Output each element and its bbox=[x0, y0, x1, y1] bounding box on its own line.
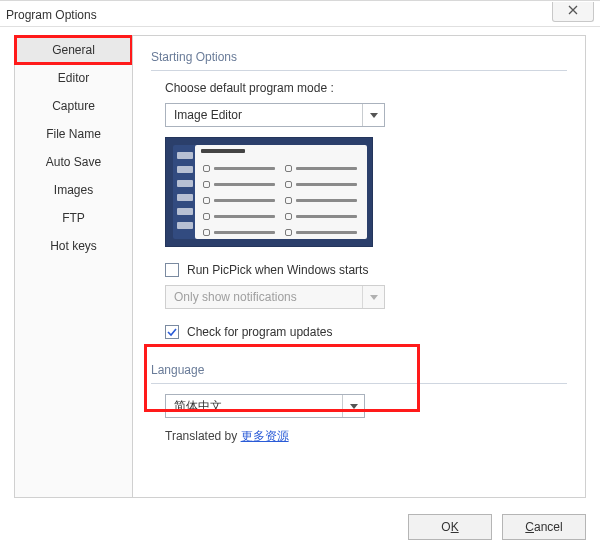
sidebar-item-hot-keys[interactable]: Hot keys bbox=[15, 232, 132, 260]
sidebar-item-label: FTP bbox=[62, 211, 85, 225]
dialog-footer: OK Cancel bbox=[408, 514, 586, 540]
sidebar-item-auto-save[interactable]: Auto Save bbox=[15, 148, 132, 176]
default-mode-select[interactable]: Image Editor bbox=[165, 103, 385, 127]
check-updates-row: Check for program updates bbox=[165, 325, 567, 339]
run-on-start-checkbox[interactable] bbox=[165, 263, 179, 277]
sidebar-item-general[interactable]: General bbox=[15, 36, 132, 64]
translated-by-row: Translated by 更多资源 bbox=[165, 428, 567, 445]
cancel-button[interactable]: Cancel bbox=[502, 514, 586, 540]
close-icon bbox=[568, 4, 578, 18]
mode-preview-thumbnail bbox=[165, 137, 373, 247]
sidebar-item-label: Capture bbox=[52, 99, 95, 113]
run-on-start-label: Run PicPick when Windows starts bbox=[187, 263, 368, 277]
notify-mode-select: Only show notifications bbox=[165, 285, 385, 309]
sidebar: General Editor Capture File Name Auto Sa… bbox=[14, 35, 132, 498]
sidebar-item-file-name[interactable]: File Name bbox=[15, 120, 132, 148]
notify-mode-value: Only show notifications bbox=[166, 290, 362, 304]
content-panel: Starting Options Choose default program … bbox=[132, 35, 586, 498]
check-updates-checkbox[interactable] bbox=[165, 325, 179, 339]
run-on-start-row: Run PicPick when Windows starts bbox=[165, 263, 567, 277]
chevron-down-icon bbox=[342, 395, 364, 417]
sidebar-item-label: General bbox=[52, 43, 95, 57]
default-mode-label: Choose default program mode : bbox=[165, 81, 567, 95]
window-title: Program Options bbox=[6, 6, 552, 22]
sidebar-item-images[interactable]: Images bbox=[15, 176, 132, 204]
language-select[interactable]: 简体中文 bbox=[165, 394, 365, 418]
sidebar-item-label: Hot keys bbox=[50, 239, 97, 253]
translated-prefix: Translated by bbox=[165, 429, 241, 443]
sidebar-item-label: Images bbox=[54, 183, 93, 197]
sidebar-item-label: File Name bbox=[46, 127, 101, 141]
language-section: Language 简体中文 Translated by 更多资源 bbox=[151, 363, 567, 445]
sidebar-item-capture[interactable]: Capture bbox=[15, 92, 132, 120]
starting-options-heading: Starting Options bbox=[151, 50, 567, 71]
language-value: 简体中文 bbox=[166, 398, 342, 415]
language-heading: Language bbox=[151, 363, 567, 384]
ok-button[interactable]: OK bbox=[408, 514, 492, 540]
default-mode-value: Image Editor bbox=[166, 108, 362, 122]
chevron-down-icon bbox=[362, 286, 384, 308]
sidebar-item-label: Auto Save bbox=[46, 155, 101, 169]
starting-options-body: Choose default program mode : Image Edit… bbox=[151, 81, 567, 339]
translated-link[interactable]: 更多资源 bbox=[241, 429, 289, 443]
body: General Editor Capture File Name Auto Sa… bbox=[14, 35, 586, 498]
sidebar-item-label: Editor bbox=[58, 71, 89, 85]
program-options-window: Program Options General Editor Capture F… bbox=[0, 0, 600, 554]
check-updates-label: Check for program updates bbox=[187, 325, 332, 339]
sidebar-item-editor[interactable]: Editor bbox=[15, 64, 132, 92]
chevron-down-icon bbox=[362, 104, 384, 126]
titlebar: Program Options bbox=[0, 1, 600, 27]
close-button[interactable] bbox=[552, 2, 594, 22]
sidebar-item-ftp[interactable]: FTP bbox=[15, 204, 132, 232]
